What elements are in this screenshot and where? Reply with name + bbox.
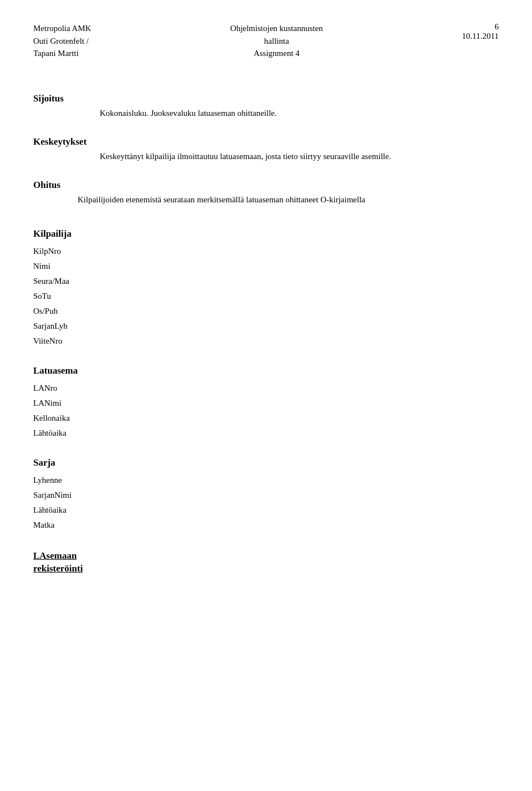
latuasema-fields: LANro LANimi Kellonaika Lähtöaika <box>33 381 499 441</box>
list-item: Os/Puh <box>33 304 499 319</box>
header-center: Ohjelmistojen kustannusten hallinta Assi… <box>231 22 323 60</box>
list-item: KilpNro <box>33 244 499 259</box>
header-right: 6 10.11.2011 <box>462 22 499 41</box>
latuasema-section: Latuasema LANro LANimi Kellonaika Lähtöa… <box>33 365 499 441</box>
list-item: LANimi <box>33 396 499 411</box>
list-item: SoTu <box>33 289 499 304</box>
keskeytykset-title: Keskeytykset <box>33 136 499 147</box>
sarja-section: Sarja Lyhenne SarjanNimi Lähtöaika Matka <box>33 457 499 533</box>
sijoitus-title: Sijoitus <box>33 93 499 104</box>
kilpailija-title: Kilpailija <box>33 228 499 239</box>
list-item: Nimi <box>33 259 499 274</box>
header-course-line1: Ohjelmistojen kustannusten <box>231 22 323 35</box>
keskeytykset-section: Keskeytykset Keskeyttänyt kilpailija ilm… <box>33 136 499 163</box>
list-item: Seura/Maa <box>33 274 499 289</box>
kilpailija-section: Kilpailija KilpNro Nimi Seura/Maa SoTu O… <box>33 228 499 349</box>
list-item: Lähtöaika <box>33 503 499 518</box>
list-item: Lyhenne <box>33 473 499 488</box>
header-assignment: Assignment 4 <box>254 47 300 60</box>
header-left: Metropolia AMK Outi Grotenfelt / Tapani … <box>33 22 91 60</box>
kilpailija-fields: KilpNro Nimi Seura/Maa SoTu Os/Puh Sarja… <box>33 244 499 349</box>
list-item: Lähtöaika <box>33 426 499 441</box>
list-item: LANro <box>33 381 499 396</box>
ohitus-title: Ohitus <box>33 180 499 191</box>
page: Metropolia AMK Outi Grotenfelt / Tapani … <box>0 0 532 598</box>
header-page-number: 6 <box>462 22 499 32</box>
sarja-title: Sarja <box>33 457 499 468</box>
lasemaan-title-line1: LAsemaan <box>33 549 499 563</box>
header-institution: Metropolia AMK <box>33 22 91 35</box>
lasemaan-title: LAsemaan rekisteröinti <box>33 549 499 576</box>
header-authors: Outi Grotenfelt / <box>33 35 91 48</box>
lasemaan-title-line2: rekisteröinti <box>33 562 499 575</box>
latuasema-title: Latuasema <box>33 365 499 376</box>
list-item: Matka <box>33 518 499 533</box>
header-course-line2: hallinta <box>264 35 289 48</box>
header: Metropolia AMK Outi Grotenfelt / Tapani … <box>33 22 499 60</box>
header-author2: Tapani Martti <box>33 47 91 60</box>
sijoitus-content: Kokonaisluku. Juoksevaluku latuaseman oh… <box>100 106 499 120</box>
sijoitus-section: Sijoitus Kokonaisluku. Juoksevaluku latu… <box>33 93 499 120</box>
list-item: SarjanNimi <box>33 488 499 503</box>
header-date: 10.11.2011 <box>462 32 499 41</box>
list-item: SarjanLyh <box>33 319 499 334</box>
ohitus-content: Kilpailijoiden etenemistä seurataan merk… <box>78 193 499 206</box>
ohitus-section: Ohitus Kilpailijoiden etenemistä seurata… <box>33 180 499 206</box>
list-item: Kellonaika <box>33 411 499 426</box>
keskeytykset-content: Keskeyttänyt kilpailija ilmoittautuu lat… <box>100 150 499 163</box>
sarja-fields: Lyhenne SarjanNimi Lähtöaika Matka <box>33 473 499 533</box>
lasemaan-section: LAsemaan rekisteröinti <box>33 549 499 576</box>
list-item: ViiteNro <box>33 334 499 349</box>
